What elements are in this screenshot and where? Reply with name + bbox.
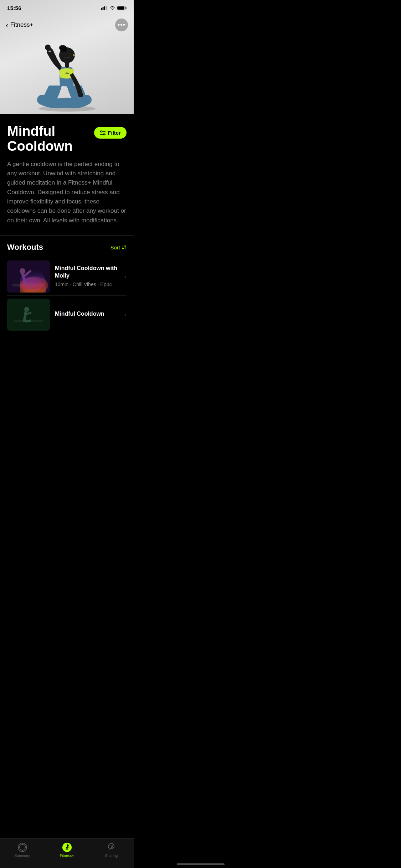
section-divider [0, 235, 134, 236]
sort-icon [122, 245, 127, 250]
status-bar: 15:56 [0, 0, 134, 16]
more-button[interactable]: ••• [115, 19, 128, 31]
svg-rect-5 [118, 6, 124, 10]
hero-section: ‹ Fitness+ ••• [0, 0, 134, 114]
workout-meta: 10min · Chill Vibes · Ep44 [55, 281, 122, 288]
filter-button[interactable]: Filter [94, 127, 127, 139]
workouts-header: Workouts Sort [7, 243, 127, 252]
content-section: Mindful Cooldown Filter A gentle cooldow… [0, 114, 134, 225]
workout-thumbnail-2 [7, 299, 50, 331]
workouts-section: Workouts Sort [0, 243, 134, 334]
svg-rect-3 [106, 6, 107, 10]
workout-thumbnail [7, 260, 50, 293]
category-title: Mindful Cooldown [7, 124, 90, 154]
svg-point-13 [73, 54, 75, 56]
svg-point-28 [24, 307, 29, 312]
workout-item[interactable]: Mindful Cooldown with Molly 10min · Chil… [7, 258, 127, 296]
description-text: A gentle cooldown is the perfect ending … [7, 160, 127, 225]
battery-icon [117, 6, 127, 10]
svg-rect-1 [103, 7, 104, 10]
svg-rect-20 [7, 260, 50, 293]
workout-info: Mindful Cooldown with Molly 10min · Chil… [55, 265, 122, 288]
back-label: Fitness+ [10, 21, 34, 29]
more-dots-icon: ••• [118, 22, 125, 28]
svg-rect-21 [12, 284, 45, 286]
workout-name: Mindful Cooldown with Molly [55, 265, 122, 280]
svg-point-7 [45, 45, 51, 50]
workout-info-2: Mindful Cooldown [55, 310, 122, 319]
nav-bar: ‹ Fitness+ ••• [0, 16, 134, 34]
svg-rect-26 [7, 299, 50, 331]
filter-label: Filter [108, 130, 121, 136]
sort-label: Sort [110, 244, 120, 250]
workout-name-2: Mindful Cooldown [55, 310, 122, 318]
status-time: 15:56 [7, 5, 21, 11]
workout-thumbnail-image-2 [7, 299, 50, 331]
svg-rect-2 [104, 6, 105, 10]
signal-icon [101, 6, 107, 10]
status-icons [101, 6, 127, 10]
svg-point-24 [23, 278, 37, 289]
svg-point-25 [20, 268, 25, 274]
filter-icon [100, 130, 106, 135]
workout-thumbnail-image [7, 260, 50, 293]
svg-point-8 [48, 51, 51, 52]
chevron-right-icon-2: › [124, 311, 127, 319]
svg-point-22 [20, 277, 48, 293]
svg-rect-0 [101, 8, 102, 10]
svg-point-12 [59, 45, 64, 50]
chevron-right-icon: › [124, 273, 127, 280]
wifi-icon [109, 6, 115, 10]
back-button[interactable]: ‹ Fitness+ [6, 20, 33, 30]
back-chevron-icon: ‹ [6, 21, 8, 29]
title-row: Mindful Cooldown Filter [7, 124, 127, 154]
workouts-title: Workouts [7, 243, 43, 252]
workout-item-partial[interactable]: Mindful Cooldown › [7, 296, 127, 334]
sort-button[interactable]: Sort [110, 244, 127, 250]
svg-point-23 [21, 278, 43, 292]
